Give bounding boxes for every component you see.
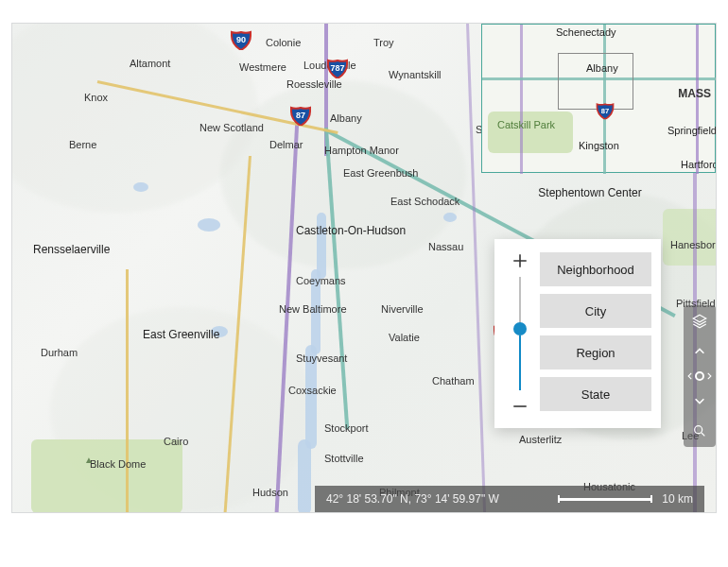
- place-label: Stottville: [324, 453, 364, 464]
- inset-place-label: Albany: [586, 62, 618, 74]
- zoom-out-button[interactable]: [511, 398, 529, 415]
- road: [126, 269, 129, 513]
- inset-place-label: Hartford: [681, 159, 717, 170]
- river: [317, 213, 326, 279]
- pan-left-icon[interactable]: [685, 371, 695, 381]
- place-label: Austerlitz: [519, 434, 562, 445]
- place-label: Valatie: [389, 332, 420, 343]
- recenter-button[interactable]: [695, 371, 704, 381]
- inset-place-label: Catskill Park: [497, 119, 555, 130]
- zoom-slider-column: [506, 252, 534, 415]
- lake: [198, 218, 220, 232]
- zoom-level-state[interactable]: State: [540, 377, 651, 411]
- zoom-slider-thumb[interactable]: [513, 322, 527, 335]
- zoom-level-region[interactable]: Region: [540, 335, 651, 369]
- inset-place-label: Schenectady: [556, 26, 616, 38]
- place-label: Colonie: [266, 37, 301, 48]
- park-area: [31, 439, 182, 513]
- zoom-level-city[interactable]: City: [540, 294, 651, 328]
- interstate-shield: 87: [596, 102, 615, 120]
- place-label: Nassau: [428, 241, 463, 252]
- map-viewport[interactable]: ColonieTroyAltamontWestmereLoudonvilleWy…: [11, 23, 717, 513]
- lake: [211, 326, 228, 337]
- overview-map[interactable]: SchenectadyAlbanyKingstonSpringfieldHart…: [481, 24, 716, 173]
- inset-park: [488, 112, 573, 153]
- inset-place-label: Kingston: [579, 140, 619, 151]
- river: [305, 345, 317, 449]
- zoom-panel: Neighborhood City Region State: [494, 239, 661, 428]
- river: [311, 269, 321, 354]
- scale-bar: 10 km: [558, 492, 693, 506]
- park-area: [663, 209, 717, 266]
- place-label: Rensselaerville: [33, 243, 110, 256]
- inset-state-label: MASS: [678, 87, 711, 100]
- place-label: Troy: [373, 37, 394, 48]
- pan-up-button[interactable]: [689, 341, 710, 362]
- place-label: Niverville: [381, 303, 424, 315]
- status-bar: 42° 18' 53.70" N, 73° 14' 59.97" W 10 km: [315, 486, 704, 512]
- zoom-slider-track[interactable]: [519, 277, 521, 390]
- zoom-level-buttons: Neighborhood City Region State: [540, 252, 651, 411]
- peak-icon: ▲: [84, 455, 94, 465]
- interstate-shield: 90: [230, 29, 252, 50]
- place-label: Wynantskill: [389, 69, 442, 80]
- zoom-in-button[interactable]: [511, 252, 529, 269]
- pan-down-button[interactable]: [689, 390, 710, 411]
- scale-bar-line: [558, 498, 652, 501]
- inset-road: [520, 25, 523, 174]
- svg-point-0: [695, 426, 702, 434]
- inset-place-label: Springfield: [667, 125, 717, 136]
- lake: [133, 182, 148, 192]
- pan-center-row: [685, 371, 714, 381]
- search-button[interactable]: [689, 421, 710, 441]
- interstate-shield: 87: [289, 105, 312, 126]
- zoom-slider-fill: [519, 335, 521, 390]
- map-toolbar: [684, 305, 716, 447]
- zoom-level-neighborhood[interactable]: Neighborhood: [540, 252, 651, 286]
- layers-button[interactable]: [689, 311, 710, 332]
- interstate-shield: 787: [326, 58, 349, 78]
- pan-right-icon[interactable]: [704, 371, 714, 381]
- terrain: [220, 80, 466, 269]
- lake: [443, 213, 457, 222]
- scale-bar-label: 10 km: [662, 492, 693, 506]
- coordinates-readout: 42° 18' 53.70" N, 73° 14' 59.97" W: [326, 492, 499, 506]
- place-label: Chatham: [432, 375, 475, 387]
- river: [298, 439, 311, 513]
- stage: ColonieTroyAltamontWestmereLoudonvilleWy…: [0, 0, 728, 567]
